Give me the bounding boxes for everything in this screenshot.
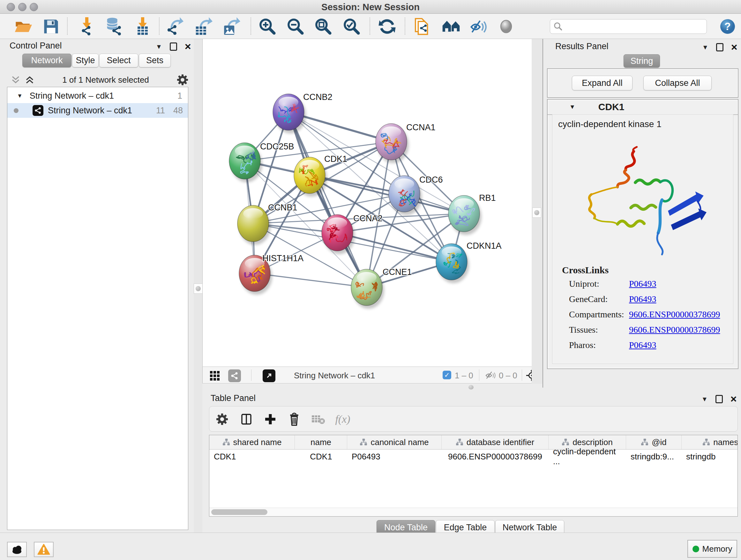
network-node[interactable] <box>294 157 327 197</box>
cloud-status-button[interactable] <box>7 542 27 557</box>
zoom-fit-button[interactable] <box>313 17 333 36</box>
crosslink-label: Compartments: <box>569 309 629 320</box>
network-canvas[interactable]: CCNB2CCNA1CDC25BCDK1CDC6RB1CCNB1CCNA2CDK… <box>202 39 532 367</box>
float-panel-icon[interactable] <box>716 43 724 51</box>
column-header[interactable]: database identifier <box>442 435 549 449</box>
network-collection-row[interactable]: ▼ String Network – cdk1 1 <box>7 88 188 103</box>
show-graphics-button[interactable] <box>496 17 516 36</box>
crosslink-link[interactable]: 9606.ENSP00000378699 <box>629 325 720 334</box>
network-node[interactable] <box>238 205 271 245</box>
column-header[interactable]: @id <box>626 435 682 449</box>
crosslink-link[interactable]: P06493 <box>629 340 657 350</box>
search-input[interactable] <box>563 21 703 32</box>
left-panel-divider[interactable] <box>194 39 202 533</box>
protein-section-header[interactable]: ▼ CDK1 <box>548 100 738 115</box>
column-header[interactable]: name <box>295 435 347 449</box>
search-field[interactable] <box>550 19 707 34</box>
table-horizontal-scrollbar[interactable] <box>209 508 738 516</box>
table-cell[interactable]: CDK1 <box>295 449 347 463</box>
memory-button[interactable]: Memory <box>687 540 737 558</box>
string-home-button[interactable] <box>441 17 461 36</box>
section-expander-icon[interactable]: ▼ <box>569 104 576 111</box>
close-panel-icon[interactable]: × <box>731 43 738 51</box>
delete-column-button[interactable] <box>285 411 303 428</box>
network-node[interactable] <box>351 269 384 309</box>
splitter-handle[interactable] <box>468 385 474 389</box>
tab-network[interactable]: Network <box>22 54 71 67</box>
network-view-type-icon[interactable] <box>228 369 241 382</box>
network-node[interactable] <box>322 214 355 254</box>
delete-table-button[interactable] <box>309 411 327 428</box>
tree-expander-icon[interactable]: ▼ <box>17 92 23 99</box>
export-image-button[interactable] <box>221 17 241 36</box>
divider-handle[interactable] <box>194 284 203 294</box>
svg-text:?: ? <box>724 21 731 32</box>
table-cell[interactable]: 9606.ENSP00000378699 <box>442 449 549 463</box>
table-row[interactable]: CDK1CDK1P064939606.ENSP00000378699cyclin… <box>209 449 738 463</box>
crosslink-link[interactable]: 9606.ENSP00000378699 <box>629 309 720 319</box>
network-node[interactable] <box>376 124 409 163</box>
table-cell[interactable]: CDK1 <box>209 449 295 463</box>
zoom-out-button[interactable] <box>285 17 306 36</box>
tab-style[interactable]: Style <box>72 54 98 67</box>
import-network-button[interactable] <box>77 17 97 36</box>
collapse-panel-icon[interactable]: ▼ <box>701 396 708 402</box>
zoom-fit-icon <box>314 17 332 36</box>
network-options-gear-icon[interactable] <box>177 74 188 85</box>
hidden-items-icon[interactable] <box>485 371 497 380</box>
grid-mode-icon[interactable] <box>210 371 220 381</box>
hide-graphics-button[interactable] <box>468 17 489 36</box>
right-panel-divider[interactable] <box>532 39 542 384</box>
selected-nodes-checkbox[interactable]: ✓ <box>443 371 451 379</box>
export-network-button[interactable] <box>165 17 185 36</box>
tab-sets[interactable]: Sets <box>139 54 171 67</box>
divider-handle[interactable] <box>532 207 541 218</box>
collapse-all-button[interactable]: Collapse All <box>643 76 712 90</box>
table-options-button[interactable] <box>213 411 231 428</box>
collapse-panel-icon[interactable]: ▼ <box>156 44 162 50</box>
open-session-button[interactable] <box>13 17 34 36</box>
zoom-selected-button[interactable] <box>341 17 362 36</box>
share-document-button[interactable] <box>413 17 433 36</box>
table-cell[interactable]: stringdb <box>682 449 738 463</box>
expand-all-button[interactable]: Expand All <box>572 76 632 90</box>
network-node[interactable] <box>436 244 469 283</box>
table-cell[interactable]: P06493 <box>347 449 442 463</box>
show-columns-button[interactable] <box>238 411 255 428</box>
table-cell[interactable]: stringdb:9... <box>626 449 682 463</box>
network-row[interactable]: String Network – cdk1 11 48 <box>7 103 188 118</box>
network-node[interactable] <box>448 195 482 235</box>
zoom-in-button[interactable] <box>257 17 278 36</box>
table-cell[interactable]: cyclin-dependent ... <box>549 449 626 463</box>
import-database-button[interactable] <box>104 17 124 36</box>
network-node[interactable] <box>229 143 262 182</box>
collapse-panel-icon[interactable]: ▼ <box>702 44 709 51</box>
export-table-button[interactable] <box>193 17 213 36</box>
save-session-button[interactable] <box>41 17 61 36</box>
warnings-button[interactable] <box>34 542 54 557</box>
crosslink-link[interactable]: P06493 <box>629 279 657 289</box>
column-header[interactable]: namespace <box>682 435 738 449</box>
column-header[interactable]: shared name <box>209 435 295 449</box>
help-button[interactable]: ? <box>718 17 738 36</box>
close-panel-icon[interactable]: × <box>185 42 191 51</box>
tab-select[interactable]: Select <box>99 54 138 67</box>
function-builder-button[interactable]: f(x) <box>334 411 352 428</box>
table-panel-title: Table Panel <box>211 393 256 403</box>
column-header[interactable]: canonical name <box>347 435 442 449</box>
create-column-button[interactable] <box>261 411 279 428</box>
apply-layout-button[interactable] <box>377 17 397 36</box>
tab-string[interactable]: String <box>623 54 660 68</box>
collapse-all-icon[interactable] <box>11 75 20 84</box>
detach-view-icon[interactable] <box>263 369 275 382</box>
crosslink-link[interactable]: P06493 <box>629 294 657 304</box>
float-panel-icon[interactable] <box>716 395 723 403</box>
network-node[interactable] <box>389 176 422 215</box>
close-panel-icon[interactable]: × <box>731 395 737 403</box>
expand-all-icon[interactable] <box>25 75 35 84</box>
network-node[interactable] <box>273 94 306 133</box>
scrollbar-thumb[interactable] <box>211 509 267 515</box>
import-table-button[interactable] <box>132 17 153 36</box>
node-table[interactable]: shared namenamecanonical namedatabase id… <box>209 435 738 516</box>
float-panel-icon[interactable] <box>170 43 177 51</box>
